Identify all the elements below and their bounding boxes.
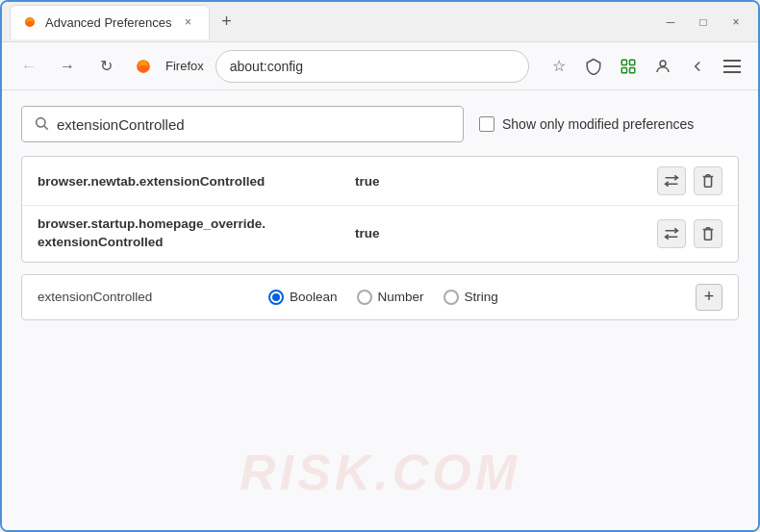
- svg-line-11: [44, 126, 48, 130]
- extension-puzzle-icon[interactable]: [614, 52, 643, 81]
- radio-label-boolean: Boolean: [290, 290, 338, 304]
- table-row: browser.startup.homepage_override. exten…: [22, 206, 738, 262]
- history-icon[interactable]: [683, 52, 712, 81]
- tab-title: Advanced Preferences: [45, 15, 172, 30]
- maximize-button[interactable]: □: [689, 9, 718, 36]
- search-input[interactable]: extensionControlled: [57, 116, 451, 133]
- pref-name-line1: browser.startup.homepage_override.: [38, 215, 355, 234]
- show-modified-container: Show only modified preferences: [479, 116, 694, 132]
- window-controls: ─ □ ×: [656, 9, 750, 36]
- results-table: browser.newtab.extensionControlled true: [21, 156, 739, 263]
- radio-circle-boolean: [268, 290, 284, 305]
- table-row: browser.newtab.extensionControlled true: [22, 157, 738, 206]
- svg-rect-5: [630, 67, 635, 72]
- refresh-button[interactable]: ↻: [90, 51, 121, 82]
- svg-rect-12: [704, 177, 711, 188]
- new-tab-button[interactable]: +: [214, 9, 241, 36]
- radio-group: Boolean Number String: [268, 290, 498, 305]
- svg-rect-16: [704, 229, 711, 240]
- radio-circle-number: [357, 290, 372, 305]
- title-bar: Advanced Preferences × + ─ □ ×: [2, 2, 758, 42]
- url-bar[interactable]: about:config: [215, 50, 529, 83]
- radio-number[interactable]: Number: [357, 290, 424, 305]
- tab-close-button[interactable]: ×: [180, 13, 197, 31]
- row-actions: [657, 166, 722, 195]
- nav-icons: ☆: [545, 52, 747, 81]
- active-tab[interactable]: Advanced Preferences ×: [10, 5, 210, 39]
- delete-button[interactable]: [694, 166, 722, 195]
- close-button[interactable]: ×: [722, 9, 750, 36]
- pref-name: browser.startup.homepage_override. exten…: [38, 215, 355, 252]
- radio-string[interactable]: String: [443, 290, 498, 305]
- radio-circle-string: [443, 290, 459, 305]
- add-pref-name: extensionControlled: [38, 290, 249, 304]
- radio-boolean[interactable]: Boolean: [268, 290, 338, 305]
- pref-value: true: [355, 226, 380, 241]
- bookmark-icon[interactable]: ☆: [545, 52, 573, 81]
- radio-dot-boolean: [272, 293, 280, 301]
- svg-point-6: [660, 61, 666, 66]
- radio-label-string: String: [465, 290, 498, 304]
- shield-icon[interactable]: [579, 52, 608, 81]
- account-icon[interactable]: [648, 52, 677, 81]
- show-modified-checkbox[interactable]: [479, 116, 494, 132]
- watermark: RISK.COM: [240, 443, 520, 501]
- browser-window: Advanced Preferences × + ─ □ × ← → ↻ Fir…: [0, 0, 760, 532]
- row-actions: [657, 219, 722, 248]
- svg-rect-4: [621, 67, 626, 72]
- search-box[interactable]: extensionControlled: [21, 106, 464, 142]
- radio-label-number: Number: [378, 290, 424, 304]
- search-icon: [34, 115, 49, 134]
- firefox-logo-icon: [133, 56, 154, 77]
- menu-icon[interactable]: [718, 52, 747, 81]
- svg-rect-3: [630, 60, 635, 64]
- add-preference-row: extensionControlled Boolean Number: [21, 274, 739, 320]
- toggle-button[interactable]: [657, 219, 686, 248]
- pref-name: browser.newtab.extensionControlled: [38, 174, 355, 189]
- tab-favicon-icon: [22, 14, 38, 30]
- back-button[interactable]: ←: [13, 51, 44, 82]
- firefox-label: Firefox: [165, 59, 204, 73]
- forward-button[interactable]: →: [52, 51, 83, 82]
- nav-bar: ← → ↻ Firefox about:config ☆: [2, 42, 758, 90]
- url-text: about:config: [230, 59, 515, 74]
- minimize-button[interactable]: ─: [656, 9, 685, 36]
- search-container: extensionControlled Show only modified p…: [21, 106, 739, 142]
- delete-button[interactable]: [694, 219, 722, 248]
- show-modified-label: Show only modified preferences: [502, 116, 694, 132]
- svg-point-10: [37, 117, 45, 126]
- toggle-button[interactable]: [657, 166, 686, 195]
- pref-value: true: [355, 174, 380, 189]
- content-area: RISK.COM extensionControlled Show only m…: [2, 90, 758, 530]
- svg-rect-2: [621, 60, 626, 64]
- add-button[interactable]: +: [696, 284, 722, 311]
- pref-name-line2: extensionControlled: [38, 234, 355, 252]
